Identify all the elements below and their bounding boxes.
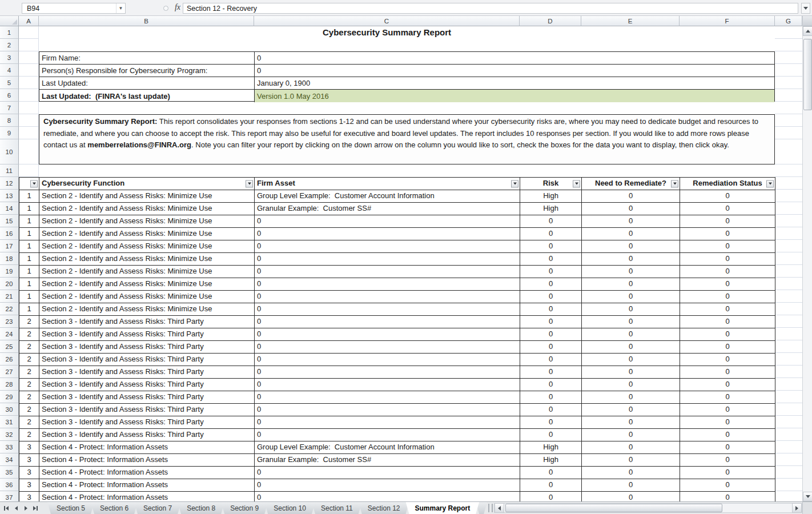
- cell-risk[interactable]: 0: [520, 215, 582, 227]
- cell-risk[interactable]: 0: [520, 291, 582, 303]
- cell-need-to-remediate[interactable]: 0: [582, 454, 680, 466]
- cell-need-to-remediate[interactable]: 0: [582, 291, 680, 303]
- cell-group-number[interactable]: 1: [19, 228, 39, 240]
- cell-remediation-status[interactable]: 0: [680, 379, 775, 391]
- cell-group-number[interactable]: 1: [19, 291, 39, 303]
- cell-firm-asset[interactable]: 0: [255, 303, 520, 315]
- cell-group-number[interactable]: 2: [19, 366, 39, 378]
- column-filter-header-remediate[interactable]: Need to Remediate?: [582, 178, 680, 190]
- cell-risk[interactable]: 0: [520, 479, 582, 491]
- cell-risk[interactable]: 0: [520, 404, 582, 416]
- row-header-29[interactable]: 29: [0, 391, 19, 403]
- row-header-7[interactable]: 7: [0, 102, 19, 114]
- cell-remediation-status[interactable]: 0: [680, 228, 775, 240]
- column-filter-header-asset[interactable]: Firm Asset: [255, 178, 520, 190]
- row-header-20[interactable]: 20: [0, 278, 19, 290]
- vertical-scroll-thumb[interactable]: [803, 39, 812, 110]
- cell-remediation-status[interactable]: 0: [680, 416, 775, 428]
- column-filter-header-function[interactable]: Cybersecurity Function: [39, 178, 255, 190]
- column-filter-header-risk[interactable]: Risk: [520, 178, 582, 190]
- row-header-25[interactable]: 25: [0, 340, 19, 353]
- cell-remediation-status[interactable]: 0: [680, 291, 775, 303]
- column-header-C[interactable]: C: [254, 16, 520, 26]
- cell-group-number[interactable]: 1: [19, 203, 39, 215]
- cell-risk[interactable]: 0: [520, 266, 582, 278]
- cell-risk[interactable]: 0: [520, 492, 582, 501]
- cell-cybersecurity-function[interactable]: Section 2 - Identify and Assess Risks: M…: [39, 228, 255, 240]
- cell-firm-asset[interactable]: 0: [255, 341, 520, 353]
- cell-risk[interactable]: 0: [520, 240, 582, 252]
- row-header-17[interactable]: 17: [0, 240, 19, 252]
- cell-risk[interactable]: 0: [520, 391, 582, 403]
- next-sheet-button[interactable]: [22, 504, 30, 513]
- row-header-21[interactable]: 21: [0, 290, 19, 303]
- filter-dropdown-icon[interactable]: [671, 180, 678, 187]
- column-filter-header-blank[interactable]: [19, 178, 39, 190]
- cell-need-to-remediate[interactable]: 0: [582, 266, 680, 278]
- name-box-dropdown-icon[interactable]: ▼: [116, 3, 125, 13]
- cell-firm-asset[interactable]: 0: [255, 316, 520, 328]
- cell-group-number[interactable]: 3: [19, 492, 39, 501]
- cell-remediation-status[interactable]: 0: [680, 467, 775, 479]
- info-value-cell[interactable]: Version 1.0 May 2016: [255, 90, 774, 102]
- cell-cybersecurity-function[interactable]: Section 3 - Identify and Assess Risks: T…: [39, 354, 255, 366]
- sheet-tab-section-9[interactable]: Section 9: [221, 502, 268, 514]
- cell-group-number[interactable]: 2: [19, 379, 39, 391]
- vertical-scrollbar[interactable]: [802, 16, 812, 501]
- cell-group-number[interactable]: 2: [19, 391, 39, 403]
- scrollbar-split-handle[interactable]: [803, 16, 812, 26]
- info-label-cell[interactable]: Person(s) Responsible for Cybersecurity …: [39, 65, 255, 77]
- cell-need-to-remediate[interactable]: 0: [582, 416, 680, 428]
- cell-firm-asset[interactable]: 0: [255, 429, 520, 441]
- cell-cybersecurity-function[interactable]: Section 3 - Identify and Assess Risks: T…: [39, 341, 255, 353]
- cell-need-to-remediate[interactable]: 0: [582, 467, 680, 479]
- cell-remediation-status[interactable]: 0: [680, 253, 775, 265]
- cell-remediation-status[interactable]: 0: [680, 266, 775, 278]
- cell-cybersecurity-function[interactable]: Section 4 - Protect: Information Assets: [39, 492, 255, 501]
- cell-remediation-status[interactable]: 0: [680, 391, 775, 403]
- column-filter-header-status[interactable]: Remediation Status: [680, 178, 775, 190]
- info-value-cell[interactable]: 0: [255, 52, 774, 64]
- filter-dropdown-icon[interactable]: [30, 180, 38, 187]
- cell-firm-asset[interactable]: 0: [255, 291, 520, 303]
- cell-need-to-remediate[interactable]: 0: [582, 316, 680, 328]
- cell-need-to-remediate[interactable]: 0: [582, 203, 680, 215]
- sheet-tab-section-12[interactable]: Section 12: [359, 502, 409, 514]
- cell-remediation-status[interactable]: 0: [680, 341, 775, 353]
- cell-cybersecurity-function[interactable]: Section 4 - Protect: Information Assets: [39, 467, 255, 479]
- info-label-cell[interactable]: Last Updated: (FINRA's last update): [39, 90, 255, 102]
- cell-need-to-remediate[interactable]: 0: [582, 429, 680, 441]
- row-header-35[interactable]: 35: [0, 466, 19, 479]
- cell-cybersecurity-function[interactable]: Section 3 - Identify and Assess Risks: T…: [39, 429, 255, 441]
- scroll-left-button[interactable]: [495, 503, 504, 513]
- cell-firm-asset[interactable]: 0: [255, 266, 520, 278]
- filter-dropdown-icon[interactable]: [766, 180, 774, 187]
- cell-need-to-remediate[interactable]: 0: [582, 404, 680, 416]
- cell-firm-asset[interactable]: 0: [255, 278, 520, 290]
- cell-need-to-remediate[interactable]: 0: [582, 366, 680, 378]
- row-header-8[interactable]: 8: [0, 114, 19, 127]
- cell-need-to-remediate[interactable]: 0: [582, 303, 680, 315]
- cell-risk[interactable]: 0: [520, 467, 582, 479]
- row-header-10[interactable]: 10: [0, 139, 19, 164]
- cell-firm-asset[interactable]: Group Level Example: Customer Account In…: [255, 190, 520, 202]
- cell-group-number[interactable]: 2: [19, 316, 39, 328]
- column-header-D[interactable]: D: [520, 16, 581, 26]
- cell-firm-asset[interactable]: Group Level Example: Customer Account In…: [255, 441, 520, 453]
- report-title-cell[interactable]: Cybersecurity Summary Report: [254, 26, 520, 39]
- cell-group-number[interactable]: 2: [19, 404, 39, 416]
- scroll-right-button[interactable]: [792, 503, 802, 513]
- row-header-27[interactable]: 27: [0, 366, 19, 378]
- cell-risk[interactable]: High: [520, 454, 582, 466]
- cell-group-number[interactable]: 1: [19, 278, 39, 290]
- cell-cybersecurity-function[interactable]: Section 2 - Identify and Assess Risks: M…: [39, 303, 255, 315]
- cell-remediation-status[interactable]: 0: [680, 404, 775, 416]
- row-header-18[interactable]: 18: [0, 252, 19, 265]
- cell-remediation-status[interactable]: 0: [680, 366, 775, 378]
- cell-group-number[interactable]: 1: [19, 240, 39, 252]
- cell-remediation-status[interactable]: 0: [680, 441, 775, 453]
- cell-cybersecurity-function[interactable]: Section 2 - Identify and Assess Risks: M…: [39, 190, 255, 202]
- row-header-32[interactable]: 32: [0, 428, 19, 441]
- cell-cybersecurity-function[interactable]: Section 4 - Protect: Information Assets: [39, 441, 255, 453]
- cell-risk[interactable]: 0: [520, 429, 582, 441]
